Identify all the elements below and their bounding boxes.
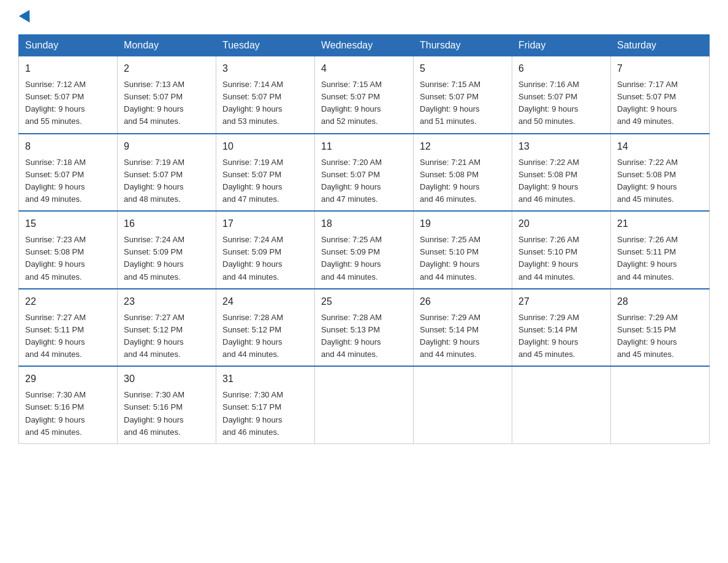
calendar-day-cell: 12 Sunrise: 7:21 AMSunset: 5:08 PMDaylig… — [414, 134, 512, 212]
day-info: Sunrise: 7:14 AMSunset: 5:07 PMDaylight:… — [222, 80, 283, 126]
day-number: 24 — [222, 294, 308, 309]
day-info: Sunrise: 7:16 AMSunset: 5:07 PMDaylight:… — [518, 80, 579, 126]
day-number: 28 — [617, 294, 703, 309]
calendar-day-cell: 18 Sunrise: 7:25 AMSunset: 5:09 PMDaylig… — [315, 211, 414, 289]
calendar-body: 1 Sunrise: 7:12 AMSunset: 5:07 PMDayligh… — [19, 56, 710, 444]
weekday-header-wednesday: Wednesday — [315, 35, 414, 56]
calendar-day-cell: 16 Sunrise: 7:24 AMSunset: 5:09 PMDaylig… — [118, 211, 216, 289]
calendar-day-cell: 2 Sunrise: 7:13 AMSunset: 5:07 PMDayligh… — [118, 56, 216, 134]
calendar-day-cell: 17 Sunrise: 7:24 AMSunset: 5:09 PMDaylig… — [216, 211, 315, 289]
day-info: Sunrise: 7:12 AMSunset: 5:07 PMDaylight:… — [25, 80, 86, 126]
weekday-header-tuesday: Tuesday — [216, 35, 315, 56]
calendar-week-row: 22 Sunrise: 7:27 AMSunset: 5:11 PMDaylig… — [19, 289, 710, 367]
calendar-day-cell — [315, 366, 414, 443]
day-info: Sunrise: 7:24 AMSunset: 5:09 PMDaylight:… — [124, 235, 184, 281]
calendar-day-cell: 8 Sunrise: 7:18 AMSunset: 5:07 PMDayligh… — [19, 134, 118, 212]
day-number: 13 — [518, 139, 604, 154]
calendar-week-row: 8 Sunrise: 7:18 AMSunset: 5:07 PMDayligh… — [19, 134, 710, 212]
day-number: 2 — [124, 61, 210, 76]
day-info: Sunrise: 7:22 AMSunset: 5:08 PMDaylight:… — [518, 158, 579, 204]
calendar-day-cell: 1 Sunrise: 7:12 AMSunset: 5:07 PMDayligh… — [19, 56, 118, 134]
day-number: 12 — [420, 139, 506, 154]
day-info: Sunrise: 7:27 AMSunset: 5:12 PMDaylight:… — [124, 313, 184, 359]
calendar-day-cell: 21 Sunrise: 7:26 AMSunset: 5:11 PMDaylig… — [611, 211, 710, 289]
calendar-day-cell — [611, 366, 710, 443]
day-number: 5 — [420, 61, 506, 76]
calendar-day-cell: 10 Sunrise: 7:19 AMSunset: 5:07 PMDaylig… — [216, 134, 315, 212]
day-number: 3 — [222, 61, 308, 76]
day-info: Sunrise: 7:28 AMSunset: 5:13 PMDaylight:… — [321, 313, 382, 359]
day-info: Sunrise: 7:22 AMSunset: 5:08 PMDaylight:… — [617, 158, 678, 204]
day-info: Sunrise: 7:29 AMSunset: 5:14 PMDaylight:… — [518, 313, 579, 359]
calendar-day-cell: 28 Sunrise: 7:29 AMSunset: 5:15 PMDaylig… — [611, 289, 710, 367]
day-info: Sunrise: 7:24 AMSunset: 5:09 PMDaylight:… — [222, 235, 283, 281]
calendar-table: SundayMondayTuesdayWednesdayThursdayFrid… — [18, 34, 710, 444]
day-number: 7 — [617, 61, 703, 76]
day-number: 4 — [321, 61, 407, 76]
day-number: 19 — [420, 216, 506, 231]
calendar-day-cell: 19 Sunrise: 7:25 AMSunset: 5:10 PMDaylig… — [414, 211, 512, 289]
logo-blue-text — [18, 12, 33, 23]
calendar-day-cell: 6 Sunrise: 7:16 AMSunset: 5:07 PMDayligh… — [512, 56, 611, 134]
day-number: 18 — [321, 216, 407, 231]
weekday-header-row: SundayMondayTuesdayWednesdayThursdayFrid… — [19, 35, 710, 56]
calendar-day-cell: 15 Sunrise: 7:23 AMSunset: 5:08 PMDaylig… — [19, 211, 118, 289]
calendar-day-cell: 22 Sunrise: 7:27 AMSunset: 5:11 PMDaylig… — [19, 289, 118, 367]
day-info: Sunrise: 7:26 AMSunset: 5:11 PMDaylight:… — [617, 235, 678, 281]
day-info: Sunrise: 7:30 AMSunset: 5:16 PMDaylight:… — [25, 390, 86, 436]
calendar-week-row: 1 Sunrise: 7:12 AMSunset: 5:07 PMDayligh… — [19, 56, 710, 134]
day-info: Sunrise: 7:20 AMSunset: 5:07 PMDaylight:… — [321, 158, 382, 204]
day-number: 15 — [25, 216, 111, 231]
weekday-header-friday: Friday — [512, 35, 611, 56]
calendar-week-row: 15 Sunrise: 7:23 AMSunset: 5:08 PMDaylig… — [19, 211, 710, 289]
day-number: 14 — [617, 139, 703, 154]
calendar-day-cell: 31 Sunrise: 7:30 AMSunset: 5:17 PMDaylig… — [216, 366, 315, 443]
calendar-day-cell: 11 Sunrise: 7:20 AMSunset: 5:07 PMDaylig… — [315, 134, 414, 212]
logo-triangle-icon — [19, 10, 35, 26]
day-info: Sunrise: 7:25 AMSunset: 5:10 PMDaylight:… — [420, 235, 480, 281]
calendar-day-cell — [512, 366, 611, 443]
day-number: 27 — [518, 294, 604, 309]
calendar-day-cell: 24 Sunrise: 7:28 AMSunset: 5:12 PMDaylig… — [216, 289, 315, 367]
calendar-day-cell: 9 Sunrise: 7:19 AMSunset: 5:07 PMDayligh… — [118, 134, 216, 212]
calendar-day-cell: 25 Sunrise: 7:28 AMSunset: 5:13 PMDaylig… — [315, 289, 414, 367]
day-info: Sunrise: 7:28 AMSunset: 5:12 PMDaylight:… — [222, 313, 283, 359]
day-number: 17 — [222, 216, 308, 231]
day-number: 26 — [420, 294, 506, 309]
day-info: Sunrise: 7:30 AMSunset: 5:17 PMDaylight:… — [222, 390, 283, 436]
calendar-day-cell: 5 Sunrise: 7:15 AMSunset: 5:07 PMDayligh… — [414, 56, 512, 134]
calendar-day-cell: 20 Sunrise: 7:26 AMSunset: 5:10 PMDaylig… — [512, 211, 611, 289]
calendar-day-cell: 23 Sunrise: 7:27 AMSunset: 5:12 PMDaylig… — [118, 289, 216, 367]
day-number: 6 — [518, 61, 604, 76]
day-number: 11 — [321, 139, 407, 154]
day-number: 30 — [124, 372, 210, 386]
calendar-day-cell: 7 Sunrise: 7:17 AMSunset: 5:07 PMDayligh… — [611, 56, 710, 134]
day-info: Sunrise: 7:30 AMSunset: 5:16 PMDaylight:… — [124, 390, 184, 436]
calendar-day-cell: 26 Sunrise: 7:29 AMSunset: 5:14 PMDaylig… — [414, 289, 512, 367]
day-info: Sunrise: 7:17 AMSunset: 5:07 PMDaylight:… — [617, 80, 678, 126]
day-info: Sunrise: 7:19 AMSunset: 5:07 PMDaylight:… — [124, 158, 184, 204]
day-number: 16 — [124, 216, 210, 231]
calendar-week-row: 29 Sunrise: 7:30 AMSunset: 5:16 PMDaylig… — [19, 366, 710, 443]
day-info: Sunrise: 7:26 AMSunset: 5:10 PMDaylight:… — [518, 235, 579, 281]
day-info: Sunrise: 7:15 AMSunset: 5:07 PMDaylight:… — [321, 80, 382, 126]
weekday-header-thursday: Thursday — [414, 35, 512, 56]
day-info: Sunrise: 7:18 AMSunset: 5:07 PMDaylight:… — [25, 158, 86, 204]
day-number: 21 — [617, 216, 703, 231]
day-number: 8 — [25, 139, 111, 154]
day-number: 9 — [124, 139, 210, 154]
calendar-day-cell: 29 Sunrise: 7:30 AMSunset: 5:16 PMDaylig… — [19, 366, 118, 443]
day-info: Sunrise: 7:29 AMSunset: 5:15 PMDaylight:… — [617, 313, 678, 359]
calendar-day-cell: 14 Sunrise: 7:22 AMSunset: 5:08 PMDaylig… — [611, 134, 710, 212]
logo — [18, 12, 33, 23]
calendar-day-cell: 13 Sunrise: 7:22 AMSunset: 5:08 PMDaylig… — [512, 134, 611, 212]
calendar-day-cell: 4 Sunrise: 7:15 AMSunset: 5:07 PMDayligh… — [315, 56, 414, 134]
calendar-day-cell — [414, 366, 512, 443]
day-number: 1 — [25, 61, 111, 76]
calendar-day-cell: 27 Sunrise: 7:29 AMSunset: 5:14 PMDaylig… — [512, 289, 611, 367]
day-number: 31 — [222, 372, 308, 386]
day-info: Sunrise: 7:19 AMSunset: 5:07 PMDaylight:… — [222, 158, 283, 204]
calendar-day-cell: 3 Sunrise: 7:14 AMSunset: 5:07 PMDayligh… — [216, 56, 315, 134]
day-number: 25 — [321, 294, 407, 309]
day-info: Sunrise: 7:25 AMSunset: 5:09 PMDaylight:… — [321, 235, 382, 281]
